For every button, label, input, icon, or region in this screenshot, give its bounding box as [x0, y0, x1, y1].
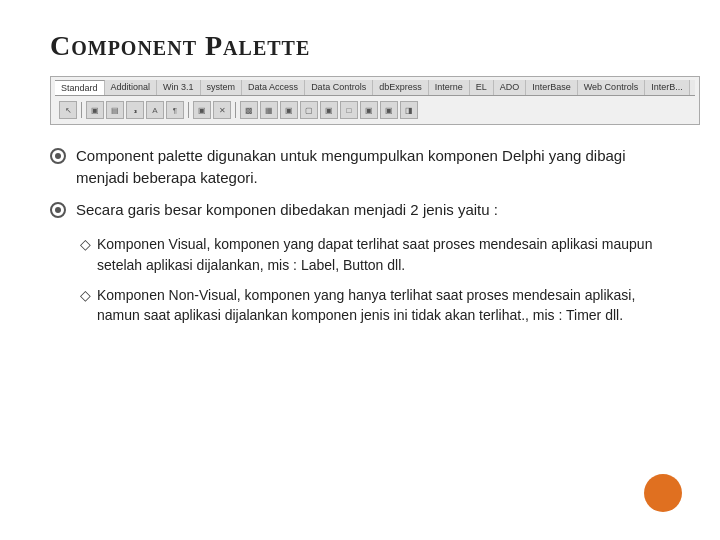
toolbar-separator-1: [81, 102, 82, 118]
toolbar-icon-1[interactable]: ▣: [86, 101, 104, 119]
tab-webcontrols[interactable]: Web Controls: [578, 80, 645, 95]
tab-dbexpress[interactable]: dbExpress: [373, 80, 429, 95]
main-bullet-list: Component palette digunakan untuk mengum…: [50, 145, 680, 220]
toolbar-icon-10[interactable]: ▣: [280, 101, 298, 119]
bullet-item-2: Secara garis besar komponen dibedakan me…: [50, 199, 680, 221]
toolbar-icon-3[interactable]: ₃: [126, 101, 144, 119]
toolbar-icon-8[interactable]: ▩: [240, 101, 258, 119]
bullet-text-2: Secara garis besar komponen dibedakan me…: [76, 199, 680, 221]
tab-interne[interactable]: Interne: [429, 80, 470, 95]
toolbar-icon-16[interactable]: ◨: [400, 101, 418, 119]
bullet-item-1: Component palette digunakan untuk mengum…: [50, 145, 680, 189]
toolbar-icon-5[interactable]: ¶: [166, 101, 184, 119]
toolbar-icon-9[interactable]: ▦: [260, 101, 278, 119]
toolbar-icon-6[interactable]: ▣: [193, 101, 211, 119]
tab-win31[interactable]: Win 3.1: [157, 80, 201, 95]
toolbar-icon-14[interactable]: ▣: [360, 101, 378, 119]
toolbar-icon-12[interactable]: ▣: [320, 101, 338, 119]
page-title: Component Palette: [50, 30, 680, 62]
tab-system[interactable]: system: [201, 80, 243, 95]
tab-additional[interactable]: Additional: [105, 80, 158, 95]
toolbar-separator-3: [235, 102, 236, 118]
toolbar-icon-2[interactable]: ▤: [106, 101, 124, 119]
decoration-circle: [644, 474, 682, 512]
sub-marker-1: ◇: [80, 234, 91, 254]
sub-item-1: ◇ Komponen Visual, komponen yang dapat t…: [80, 234, 680, 275]
page: Component Palette Standard Additional Wi…: [0, 0, 720, 540]
toolbar-icon-7[interactable]: ✕: [213, 101, 231, 119]
tab-ado[interactable]: ADO: [494, 80, 527, 95]
bullet-icon-1: [50, 148, 66, 164]
toolbar-separator-2: [188, 102, 189, 118]
tab-dataaccess[interactable]: Data Access: [242, 80, 305, 95]
sub-item-list: ◇ Komponen Visual, komponen yang dapat t…: [80, 234, 680, 325]
toolbar-area: Standard Additional Win 3.1 system Data …: [50, 76, 700, 125]
tab-el[interactable]: EL: [470, 80, 494, 95]
toolbar-icon-4[interactable]: A: [146, 101, 164, 119]
toolbar-icon-13[interactable]: □: [340, 101, 358, 119]
bullet-icon-2: [50, 202, 66, 218]
sub-text-2: Komponen Non-Visual, komponen yang hanya…: [97, 285, 680, 326]
sub-marker-2: ◇: [80, 285, 91, 305]
tab-standard[interactable]: Standard: [55, 80, 105, 95]
tab-interb-extra[interactable]: InterB...: [645, 80, 690, 95]
toolbar-tabs: Standard Additional Win 3.1 system Data …: [55, 80, 695, 96]
tab-datacontrols[interactable]: Data Controls: [305, 80, 373, 95]
bullet-text-1: Component palette digunakan untuk mengum…: [76, 145, 680, 189]
toolbar-icon-11[interactable]: ▢: [300, 101, 318, 119]
sub-text-1: Komponen Visual, komponen yang dapat ter…: [97, 234, 680, 275]
toolbar-icons-row: ↖ ▣ ▤ ₃ A ¶ ▣ ✕ ▩ ▦ ▣ ▢ ▣ □ ▣ ▣ ◨: [55, 99, 695, 121]
sub-item-2: ◇ Komponen Non-Visual, komponen yang han…: [80, 285, 680, 326]
toolbar-icon-15[interactable]: ▣: [380, 101, 398, 119]
toolbar-cursor-icon[interactable]: ↖: [59, 101, 77, 119]
tab-interbase[interactable]: InterBase: [526, 80, 578, 95]
